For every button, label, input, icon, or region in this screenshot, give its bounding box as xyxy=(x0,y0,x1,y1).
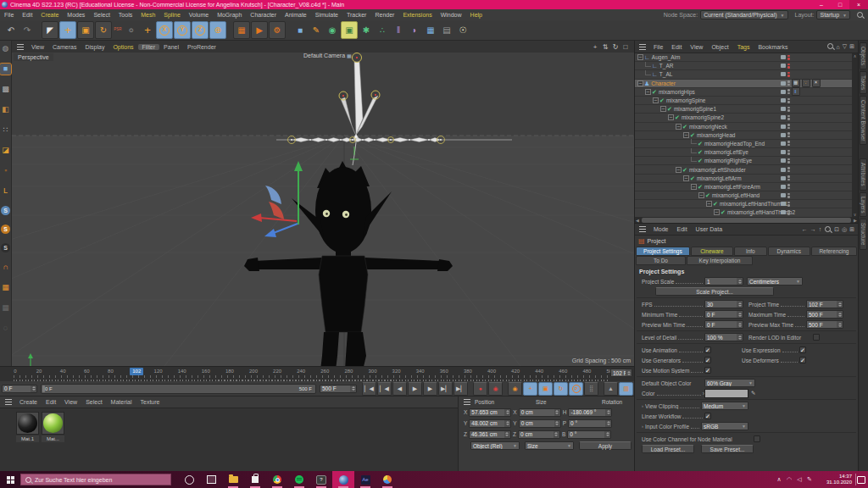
menu-spline[interactable]: Spline xyxy=(159,12,184,18)
visibility-dots-icon[interactable] xyxy=(787,202,790,207)
view-label[interactable]: Perspective xyxy=(14,53,53,61)
menu-character[interactable]: Character xyxy=(246,12,281,18)
key-parameter-button[interactable]: P xyxy=(569,382,583,396)
object-tree-row[interactable]: –✔mixamorigSpine2 xyxy=(635,114,858,122)
hamburger-icon[interactable] xyxy=(639,226,646,232)
material-swatch[interactable]: Mat.1 xyxy=(16,412,39,442)
visibility-chip-icon[interactable] xyxy=(781,193,786,197)
value-field[interactable]: 30 xyxy=(704,300,743,308)
dropdown[interactable]: sRGB▼ xyxy=(701,422,748,430)
y-axis-lock[interactable]: Y xyxy=(174,21,191,39)
menu-mesh[interactable]: Mesh xyxy=(136,12,159,18)
menu-tracker[interactable]: Tracker xyxy=(342,12,370,18)
visibility-dots-icon[interactable] xyxy=(787,132,790,137)
tab-dynamics[interactable]: Dynamics xyxy=(768,247,810,256)
maximize-button[interactable]: □ xyxy=(831,0,849,9)
goto-next-key-button[interactable]: ▶▏ xyxy=(438,382,453,396)
node-space-dropdown[interactable]: Current (Standard/Physical)▼ xyxy=(700,10,787,19)
texture-mode-icon[interactable]: ▩ xyxy=(0,84,11,95)
viewport[interactable]: Perspective Default Camera▦ Grid Spacing… xyxy=(12,53,634,366)
goto-end-button[interactable]: ▶▏ xyxy=(453,382,468,396)
forward-icon[interactable]: → xyxy=(810,226,816,232)
expand-toggle-icon[interactable]: – xyxy=(683,175,689,181)
visibility-chip-icon[interactable] xyxy=(781,55,786,59)
tab-project-settings[interactable]: Project Settings xyxy=(636,247,690,256)
checkbox[interactable]: ✓ xyxy=(704,347,711,353)
dropdown[interactable]: Medium▼ xyxy=(701,402,748,410)
visibility-dots-icon[interactable] xyxy=(787,158,790,164)
up-icon[interactable]: ↑ xyxy=(819,226,822,232)
object-tree-row[interactable]: –✔mixamorigLeftArm xyxy=(635,175,858,183)
search-icon[interactable] xyxy=(857,12,863,18)
visibility-dots-icon[interactable] xyxy=(787,80,790,86)
viewport-menu-panel[interactable]: Panel xyxy=(159,44,183,50)
visibility-chip-icon[interactable] xyxy=(781,107,786,111)
enable-snap-icon[interactable]: S xyxy=(1,206,10,215)
minimal-interface-button[interactable]: ▥ xyxy=(619,382,633,396)
material-menu-texture[interactable]: Texture xyxy=(136,399,164,405)
disclosure-icon[interactable]: › xyxy=(642,403,643,408)
tracker-icon[interactable]: ▤ xyxy=(439,22,454,38)
menu-modes[interactable]: Modes xyxy=(63,12,89,18)
visibility-chip-icon[interactable] xyxy=(781,210,786,214)
scale-project-button[interactable]: Scale Project... xyxy=(655,287,774,296)
object-tree-row[interactable]: –✔mixamorigLeftShoulder xyxy=(635,165,858,174)
axis-mode-icon[interactable]: L xyxy=(0,186,11,197)
object-tree-row[interactable]: –✔mixamorigSpine xyxy=(635,97,858,105)
display-tag-icon[interactable]: ▦ xyxy=(792,79,800,87)
om-menu-file[interactable]: File xyxy=(649,44,667,50)
toggle-view-icon[interactable]: □ xyxy=(620,43,631,51)
tab-cineware[interactable]: Cineware xyxy=(691,247,733,256)
pan-view-icon[interactable]: + xyxy=(590,43,600,51)
file-explorer-icon[interactable] xyxy=(222,471,244,488)
visibility-chip-icon[interactable] xyxy=(781,176,786,180)
object-tree-row[interactable]: –♟Character▦∵✕ xyxy=(635,80,858,88)
object-tree-row[interactable]: ∟T_AR xyxy=(635,62,858,70)
menu-animate[interactable]: Animate xyxy=(281,12,311,18)
render-settings-button[interactable]: ⚙ xyxy=(269,21,286,39)
material-menu-material[interactable]: Material xyxy=(107,399,136,405)
pivot-icon[interactable]: ◌ xyxy=(0,323,11,334)
object-tree-row[interactable]: –✔mixamorigHips‖ xyxy=(635,88,858,97)
coordinate-field[interactable]: -180.069 ° xyxy=(568,408,612,417)
object-tree-row[interactable]: –✔mixamorigLeftHandThumb1 xyxy=(635,200,858,208)
play-button[interactable]: ▶ xyxy=(408,382,422,396)
value-field[interactable]: 500 F xyxy=(806,320,843,329)
task-view-button[interactable] xyxy=(200,471,222,488)
coordinate-field[interactable]: 48.002 cm xyxy=(469,419,511,428)
visibility-dots-icon[interactable] xyxy=(787,210,790,215)
side-tab-content-browser[interactable]: Content Browser xyxy=(860,96,867,145)
microsoft-store-icon[interactable] xyxy=(244,471,266,488)
search-icon[interactable] xyxy=(826,43,834,50)
value-field[interactable]: 102 F xyxy=(806,300,843,308)
tab-info[interactable]: Info xyxy=(734,247,767,256)
side-tab-takes[interactable]: Takes xyxy=(860,71,867,94)
polygons-mode-icon[interactable]: ◪ xyxy=(0,145,11,156)
coordinate-field[interactable]: 0 cm xyxy=(519,408,561,417)
visibility-chip-icon[interactable] xyxy=(781,150,786,154)
hidden-icons-chevron[interactable]: ∧ xyxy=(774,476,784,483)
dropdown[interactable]: 60% Gray▼ xyxy=(704,379,755,387)
tab-key-interpolation[interactable]: Key Interpolation xyxy=(687,256,753,265)
object-tree-row[interactable]: –✔mixamorigNeck xyxy=(635,123,858,131)
object-tree-scrollbar[interactable]: ∧∨ xyxy=(852,53,858,217)
visibility-chip-icon[interactable] xyxy=(781,90,786,94)
viewport-menu-cameras[interactable]: Cameras xyxy=(48,44,81,50)
key-scale-button[interactable]: ▣ xyxy=(538,382,553,396)
object-tree-row[interactable]: –✔mixamorigSpine1 xyxy=(635,105,858,114)
visibility-chip-icon[interactable] xyxy=(781,168,786,172)
spotify-icon[interactable] xyxy=(288,471,310,488)
am-menu-user-data[interactable]: User Data xyxy=(692,226,727,232)
snap-2d-icon[interactable]: S xyxy=(1,243,10,252)
expand-toggle-icon[interactable]: – xyxy=(653,97,659,103)
add-icon[interactable]: ⊞ xyxy=(849,43,854,50)
visibility-chip-icon[interactable] xyxy=(781,133,786,137)
visibility-dots-icon[interactable] xyxy=(787,124,790,129)
next-frame-button[interactable]: ▶ xyxy=(423,382,437,396)
coordinate-field[interactable]: 0 cm xyxy=(518,430,560,439)
visibility-dots-icon[interactable] xyxy=(787,64,790,69)
tab-to-do[interactable]: To Do xyxy=(636,256,686,265)
psr-tool[interactable]: PSR xyxy=(113,22,123,38)
object-tree-row[interactable]: –✔mixamorigLeftForeArm xyxy=(635,183,858,191)
light-icon[interactable]: ☉ xyxy=(455,22,470,38)
